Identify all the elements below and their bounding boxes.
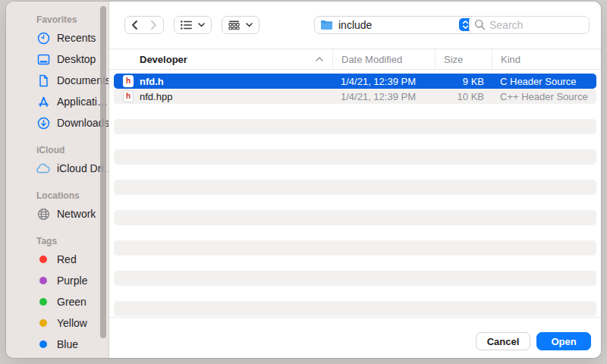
sidebar-item-label: Green — [57, 296, 86, 308]
table-row[interactable]: h nfd.hpp 1/4/21, 12:39 PM 10 KB C++ Hea… — [114, 89, 596, 104]
sidebar-item-label: Blue — [57, 338, 78, 350]
file-size: 9 KB — [435, 76, 492, 87]
sidebar-item-label: Yellow — [57, 317, 87, 329]
sidebar-item-recents[interactable]: Recents — [6, 27, 109, 49]
sidebar-sections: FavoritesRecentsDesktopDocumentsApplicat… — [6, 12, 109, 358]
applications-icon — [36, 95, 50, 108]
chevron-left-icon — [131, 20, 138, 30]
sidebar-section-tags: TagsRedPurpleGreenYellowBlueAll Tags — [6, 234, 109, 358]
empty-row — [114, 149, 596, 165]
cancel-button[interactable]: Cancel — [476, 332, 530, 350]
sidebar-section-favorites: FavoritesRecentsDesktopDocumentsApplicat… — [6, 12, 109, 133]
sidebar-section-title: iCloud — [6, 143, 109, 158]
open-file-dialog: FavoritesRecentsDesktopDocumentsApplicat… — [6, 2, 601, 358]
sidebar-item-label: Network — [57, 208, 96, 220]
empty-row — [114, 165, 596, 180]
file-kind: C Header Source — [492, 76, 596, 87]
empty-row — [114, 225, 596, 240]
file-name: nfd.h — [140, 76, 164, 87]
sidebar-item-all-tags[interactable]: All Tags — [6, 355, 109, 358]
empty-row — [114, 195, 596, 210]
location-dropdown-value: include — [338, 19, 372, 31]
icloud-drive-icon — [36, 162, 50, 175]
empty-row — [114, 271, 596, 286]
tag-dot-icon — [36, 253, 50, 266]
document-icon — [36, 74, 50, 87]
chevron-down-icon — [198, 23, 205, 27]
group-view-button[interactable] — [222, 16, 259, 34]
tag-dot-icon — [36, 337, 50, 351]
sidebar-section-title: Tags — [6, 234, 109, 249]
open-button[interactable]: Open — [536, 332, 591, 350]
sidebar-item-red[interactable]: Red — [6, 249, 109, 270]
sidebar-scrollbar[interactable] — [100, 6, 106, 338]
file-date-modified: 1/4/21, 12:39 PM — [332, 76, 435, 87]
search-field-wrap — [469, 16, 590, 34]
table-row[interactable]: h nfd.h 1/4/21, 12:39 PM 9 KB C Header S… — [114, 74, 596, 89]
clock-icon — [36, 31, 50, 45]
folder-icon — [320, 20, 333, 30]
back-button[interactable] — [125, 20, 144, 30]
sidebar-item-label: Red — [57, 253, 77, 265]
empty-row — [114, 134, 596, 149]
empty-row — [114, 119, 596, 134]
chevron-right-icon — [150, 20, 157, 30]
network-globe-icon — [36, 207, 50, 221]
sidebar-item-label: Recents — [57, 32, 96, 44]
sidebar-item-label: Desktop — [57, 53, 96, 65]
downloads-icon — [36, 116, 50, 130]
sidebar-item-label: Purple — [57, 275, 87, 287]
sidebar-section-title: Favorites — [6, 12, 109, 27]
empty-row — [114, 286, 596, 301]
history-nav-segment — [124, 16, 164, 34]
file-list: h nfd.h 1/4/21, 12:39 PM 9 KB C Header S… — [109, 70, 601, 317]
dialog-footer: Cancel Open — [109, 317, 601, 358]
column-header-developer[interactable]: Developer — [109, 49, 332, 69]
empty-row — [114, 256, 596, 271]
empty-row — [114, 301, 596, 316]
header-file-icon: h — [123, 75, 134, 87]
file-kind: C++ Header Source — [492, 91, 596, 102]
sidebar-item-purple[interactable]: Purple — [6, 270, 109, 291]
sort-ascending-icon — [316, 57, 323, 61]
file-size: 10 KB — [435, 91, 492, 102]
sidebar-item-network[interactable]: Network — [6, 203, 109, 224]
tag-dot-icon — [36, 274, 50, 287]
list-view-button[interactable] — [174, 16, 212, 34]
main-panel: include Developer Date Modified Size — [109, 2, 601, 358]
finder-sidebar: FavoritesRecentsDesktopDocumentsApplicat… — [6, 2, 109, 358]
sidebar-section-locations: LocationsNetwork — [6, 188, 109, 224]
tag-dot-icon — [36, 316, 50, 330]
empty-row — [114, 210, 596, 225]
sidebar-item-desktop[interactable]: Desktop — [6, 49, 109, 70]
sidebar-item-yellow[interactable]: Yellow — [6, 312, 109, 334]
sidebar-item-icloud-dri[interactable]: iCloud Dri… — [6, 158, 109, 179]
tag-dot-icon — [36, 295, 50, 309]
forward-button[interactable] — [144, 20, 163, 30]
empty-row — [114, 104, 596, 119]
header-file-icon: h — [123, 90, 134, 102]
search-input[interactable] — [469, 16, 590, 34]
sidebar-section-title: Locations — [6, 188, 109, 203]
column-header-kind[interactable]: Kind — [492, 49, 601, 69]
sidebar-section-icloud: iCloudiCloud Dri… — [6, 143, 109, 179]
column-header-row: Developer Date Modified Size Kind — [109, 49, 601, 70]
empty-row — [114, 180, 596, 195]
sidebar-item-documents[interactable]: Documents — [6, 70, 109, 91]
group-view-icon — [228, 20, 240, 30]
column-header-date-modified[interactable]: Date Modified — [332, 49, 435, 69]
sidebar-item-blue[interactable]: Blue — [6, 334, 109, 355]
list-view-icon — [181, 20, 192, 30]
empty-row — [114, 240, 596, 256]
column-header-size[interactable]: Size — [435, 49, 492, 69]
sidebar-item-green[interactable]: Green — [6, 291, 109, 312]
desktop-icon — [36, 52, 50, 66]
sidebar-item-applicati[interactable]: Applicati… — [6, 91, 109, 112]
search-icon — [474, 19, 486, 30]
chevron-down-icon — [246, 23, 253, 27]
file-name: nfd.hpp — [140, 91, 172, 102]
file-date-modified: 1/4/21, 12:39 PM — [332, 91, 435, 102]
toolbar: include — [109, 2, 601, 49]
sidebar-item-downloads[interactable]: Downloads — [6, 112, 109, 133]
location-dropdown[interactable]: include — [314, 16, 476, 34]
